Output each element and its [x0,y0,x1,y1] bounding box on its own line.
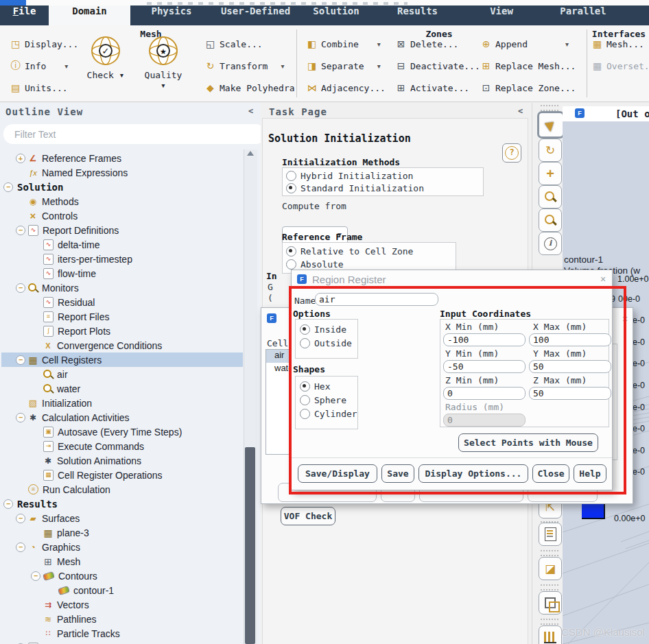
tree-item-report-plots[interactable]: Report Plots [1,324,243,338]
zoom-box-tool-button[interactable] [539,208,562,232]
tree-toggle[interactable] [30,252,42,266]
tree-item-contour-1[interactable]: contour-1 [1,583,243,597]
tree-toggle[interactable] [30,525,42,540]
tree-item-iters-per-timestep[interactable]: iters-per-timestep [1,252,243,266]
annotate-button[interactable] [539,523,562,546]
radio-icon[interactable] [286,246,296,257]
tree-item-report-files[interactable]: Report Files [1,309,243,324]
tree-item-results[interactable]: Results [1,497,243,511]
transform-dropdown-arrow[interactable]: ▾ [281,62,284,70]
tree-toggle[interactable] [30,324,42,338]
tree-toggle[interactable] [30,626,42,641]
tree-item-calculation-activities[interactable]: Calculation Activities [1,410,243,425]
tree-toggle[interactable] [3,180,14,194]
tree-toggle[interactable] [30,309,42,324]
interfaces-mesh-button[interactable]: ▦ Mesh... [591,37,644,51]
replace-mesh-button[interactable]: ⊞ Replace Mesh... [480,59,576,73]
separate-button[interactable]: ◨ Separate ▾ [306,59,381,73]
tree-item-named-expressions[interactable]: Named Expressions [1,165,243,180]
deactivate-button[interactable]: ⊟ Deactivate... [395,59,480,73]
x-max-input[interactable] [529,333,611,346]
tree-scrollbar-thumb[interactable] [245,447,255,644]
iso-view-button[interactable]: ◪ [539,557,562,580]
region-register-close-icon[interactable]: × [600,274,606,285]
save-display-button[interactable]: Save/Display [298,464,377,483]
combine-button[interactable]: ◧ Combine ▾ [306,37,381,51]
tab-parallel[interactable]: Parallel [542,5,624,25]
tree-toggle[interactable] [15,165,27,180]
hybrid-initialization-radio[interactable]: Hybrid Initialization [286,169,413,182]
tree-toggle[interactable] [15,194,27,208]
tab-solution[interactable]: Solution [298,5,374,25]
delete-button[interactable]: ⊠ Delete... [395,37,458,51]
cylinder-radio[interactable]: Cylinder [300,407,357,420]
separate-dropdown-arrow[interactable]: ▾ [377,62,381,70]
tree-item-plane-3[interactable]: plane-3 [1,525,243,540]
filter-text-input[interactable] [3,124,266,144]
scale-button[interactable]: ◱ Scale... [204,37,263,51]
info-dropdown-arrow[interactable]: ▾ [64,62,68,70]
tree-toggle[interactable] [15,208,27,223]
tree-item-methods[interactable]: Methods [1,194,243,208]
tree-toggle[interactable] [15,281,27,295]
tree-toggle[interactable] [30,453,42,468]
tree-toggle[interactable] [30,237,42,252]
tree-toggle[interactable] [15,151,27,165]
save-button[interactable]: Save [381,464,414,483]
overlay-windows-button[interactable] [539,591,562,615]
tree-toggle[interactable] [15,353,27,367]
radio-icon[interactable] [286,259,296,270]
tree-item-solution-animations[interactable]: Solution Animations [1,453,243,468]
outline-collapse-button[interactable]: < [248,106,253,116]
append-button[interactable]: ⊕ Append ▾ [480,37,569,51]
tree-toggle[interactable] [15,396,27,410]
tree-toggle[interactable] [15,223,27,237]
tree-toggle[interactable] [30,425,42,439]
rotate-tool-button[interactable]: ↻ [539,139,562,162]
tree-item-controls[interactable]: Controls [1,208,243,223]
manage-dialog-close-icon[interactable]: × [622,313,628,324]
tree-item-cell-register-operations[interactable]: Cell Register Operations [1,468,243,482]
tree-item-pathlines[interactable]: Pathlines [1,612,243,626]
vof-check-button[interactable]: VOF Check [281,507,335,525]
replace-zone-button[interactable]: ⊡ Replace Zone... [480,81,576,95]
tree-item-surfaces[interactable]: Surfaces [1,511,243,525]
tree-item-vectors[interactable]: Vectors [1,597,243,612]
radio-icon[interactable] [286,171,296,181]
radio-icon[interactable] [300,395,310,405]
tree-toggle[interactable] [30,381,42,396]
tree-item-execute-commands[interactable]: Execute Commands [1,439,243,453]
z-max-input[interactable] [529,387,611,400]
tree-item-cell-registers[interactable]: Cell Registers [1,353,243,367]
help-button[interactable]: Help [574,464,606,483]
chart-window-button[interactable] [539,625,562,644]
display-options-button[interactable]: Display Options... [418,464,528,483]
info-button[interactable]: ⓘ Info ▾ [10,59,68,73]
tree-item-convergence-conditions[interactable]: Convergence Conditions [1,338,243,353]
adjacency-button[interactable]: ⋈ Adjacency... [306,81,386,95]
tree-item-plots[interactable]: Plots [1,641,243,644]
tree-toggle[interactable] [30,367,42,381]
append-dropdown-arrow[interactable]: ▾ [565,40,569,48]
tree-item-mesh[interactable]: Mesh [1,554,243,569]
radio-icon[interactable] [300,338,310,348]
tree-toggle[interactable] [15,410,27,425]
tree-item-water[interactable]: water [1,381,243,396]
tree-item-residual[interactable]: Residual [1,295,243,309]
tree-item-monitors[interactable]: Monitors [1,281,243,295]
inside-radio[interactable]: Inside [300,323,346,335]
tree-item-initialization[interactable]: Initialization [1,396,243,410]
tab-view[interactable]: View [461,5,542,25]
tab-file[interactable]: File [0,5,49,25]
relative-to-cell-zone-radio[interactable]: Relative to Cell Zone [286,245,413,257]
name-input[interactable] [315,293,438,306]
pointer-tool-button[interactable] [537,111,565,139]
radio-icon[interactable] [300,381,310,392]
tree-toggle[interactable] [15,511,27,525]
zoom-in-out-tool-button[interactable] [539,185,562,208]
tree-toggle[interactable] [30,338,42,353]
standard-initialization-radio[interactable]: Standard Initialization [286,182,424,194]
transform-button[interactable]: ↻ Transform ▾ [204,59,284,73]
z-min-input[interactable] [443,387,526,400]
tree-item-air[interactable]: air [1,367,243,381]
